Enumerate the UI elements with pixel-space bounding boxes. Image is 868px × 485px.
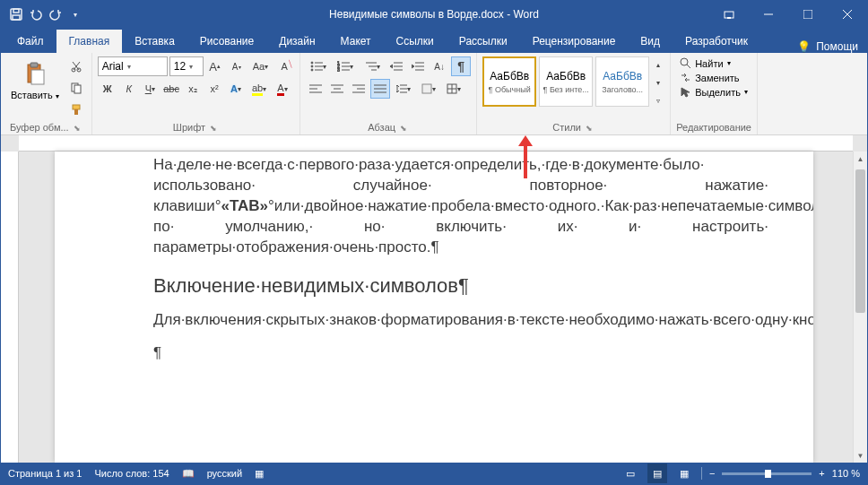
qat-customize[interactable]: ▾ [67, 6, 83, 22]
replace-button[interactable]: Заменить [676, 71, 751, 84]
zoom-out-button[interactable]: − [709, 468, 715, 479]
font-launcher[interactable]: ⬊ [208, 124, 219, 133]
tab-view[interactable]: Вид [628, 30, 673, 53]
change-case-button[interactable]: Aa▾ [248, 56, 273, 76]
increase-indent-button[interactable] [408, 56, 428, 76]
web-layout-button[interactable]: ▦ [674, 463, 694, 483]
styles-expand-button[interactable]: ▿ [652, 92, 664, 108]
paragraph-launcher[interactable]: ⬊ [398, 124, 409, 133]
scroll-thumb[interactable] [855, 169, 865, 313]
shrink-font-button[interactable]: A▾ [227, 56, 247, 76]
tab-design[interactable]: Дизайн [266, 30, 327, 53]
tab-review[interactable]: Рецензирование [520, 30, 629, 53]
svg-rect-2 [13, 15, 20, 20]
text-effects-button[interactable]: A▾ [226, 79, 246, 99]
underline-button[interactable]: Ч▾ [141, 79, 160, 99]
italic-button[interactable]: К [119, 79, 139, 99]
sort-button[interactable]: A↓ [430, 56, 449, 76]
ribbon-options-button[interactable] [709, 1, 749, 28]
redo-button[interactable] [48, 6, 64, 22]
paste-button[interactable]: Вставить ▾ [6, 56, 64, 103]
paragraph-1[interactable]: На·деле·не·всегда·с·первого·раза·удается… [153, 155, 768, 258]
styles-launcher[interactable]: ⬊ [584, 124, 595, 133]
paragraph-2[interactable]: Для·включения·скрытых·знаков·форматирова… [153, 310, 768, 331]
svg-point-21 [311, 69, 313, 71]
shading-button[interactable]: ▾ [417, 79, 440, 99]
highlight-button[interactable]: ab▾ [247, 79, 271, 99]
vertical-ruler[interactable] [1, 152, 19, 463]
heading[interactable]: Включение·невидимых·символов¶ [153, 274, 768, 298]
show-hide-marks-button[interactable]: ¶ [451, 56, 471, 76]
minimize-button[interactable] [749, 1, 788, 28]
zoom-in-button[interactable]: + [819, 468, 824, 479]
tab-file[interactable]: Файл [4, 30, 56, 53]
paragraph-empty[interactable]: ¶ [153, 343, 768, 364]
zoom-slider[interactable] [722, 472, 812, 475]
tab-insert[interactable]: Вставка [122, 30, 187, 53]
page-indicator[interactable]: Страница 1 из 1 [8, 468, 82, 479]
styles-more-button[interactable]: ▴ [652, 56, 664, 73]
tab-draw[interactable]: Рисование [187, 30, 266, 53]
word-count[interactable]: Число слов: 154 [94, 468, 169, 479]
svg-point-19 [311, 65, 313, 67]
scroll-down-button[interactable]: ▼ [854, 448, 867, 463]
copy-button[interactable] [66, 78, 86, 98]
font-name-combo[interactable]: Arial▾ [98, 56, 168, 76]
language-indicator[interactable]: русский [207, 468, 242, 479]
tab-mailings[interactable]: Рассылки [447, 30, 520, 53]
tab-home[interactable]: Главная [56, 30, 123, 53]
read-mode-button[interactable]: ▭ [621, 463, 640, 483]
align-right-button[interactable] [349, 79, 369, 99]
decrease-indent-button[interactable] [386, 56, 406, 76]
vertical-scrollbar[interactable]: ▲ ▼ [853, 152, 867, 463]
svg-rect-3 [725, 12, 733, 18]
clear-format-button[interactable]: A⧹ [274, 56, 294, 76]
format-painter-button[interactable] [66, 100, 86, 119]
horizontal-ruler[interactable] [19, 135, 853, 152]
line-spacing-button[interactable]: ▾ [392, 79, 415, 99]
tab-developer[interactable]: Разработчик [673, 30, 760, 53]
align-left-button[interactable] [306, 79, 326, 99]
select-button[interactable]: Выделить ▾ [676, 85, 751, 99]
clipboard-launcher[interactable]: ⬊ [72, 124, 82, 133]
bullets-button[interactable]: ▾ [306, 56, 331, 76]
lightbulb-icon: 💡 [797, 40, 811, 53]
grow-font-button[interactable]: A▴ [205, 56, 225, 76]
subscript-button[interactable]: x₂ [183, 79, 203, 99]
save-button[interactable] [8, 6, 24, 22]
ribbon: Вставить ▾ Буфер обм... ⬊ Arial▾ 12▾ A▴ … [1, 53, 867, 135]
multilevel-button[interactable]: ▾ [360, 56, 385, 76]
style-heading1[interactable]: АаБбВв Заголово... [595, 56, 649, 107]
align-justify-button[interactable] [370, 79, 390, 99]
align-center-button[interactable] [327, 79, 347, 99]
font-color-button[interactable]: A▾ [273, 79, 291, 99]
macro-icon[interactable]: ▦ [255, 468, 264, 480]
document-page[interactable]: На·деле·не·всегда·с·первого·раза·удается… [55, 152, 813, 463]
print-layout-button[interactable]: ▤ [647, 463, 667, 483]
svg-rect-16 [74, 109, 78, 115]
paragraph-group-label: Абзац [368, 122, 395, 133]
undo-button[interactable] [28, 6, 44, 22]
superscript-button[interactable]: x² [204, 79, 224, 99]
scroll-up-button[interactable]: ▲ [854, 152, 867, 166]
document-area: ▲ ▼ На·деле·не·всегда·с·первого·раза·уда… [1, 135, 867, 463]
find-button[interactable]: Найти ▾ [676, 56, 751, 70]
style-normal[interactable]: АаБбВв ¶ Обычный [482, 56, 536, 107]
zoom-level[interactable]: 110 % [832, 468, 860, 479]
maximize-button[interactable] [788, 1, 828, 28]
tab-references[interactable]: Ссылки [384, 30, 447, 53]
ribbon-tabs: Файл Главная Вставка Рисование Дизайн Ма… [1, 28, 867, 53]
style-no-spacing[interactable]: АаБбВв ¶ Без инте... [539, 56, 593, 107]
styles-scroll-down[interactable]: ▾ [652, 74, 664, 91]
numbering-button[interactable]: 123▾ [333, 56, 358, 76]
svg-rect-1 [13, 9, 19, 13]
bold-button[interactable]: Ж [98, 79, 117, 99]
cut-button[interactable] [66, 56, 86, 76]
borders-button[interactable]: ▾ [442, 79, 465, 99]
close-button[interactable] [828, 1, 867, 28]
tab-layout[interactable]: Макет [328, 30, 384, 53]
tell-me-input[interactable]: Помощи [816, 40, 858, 53]
strike-button[interactable]: abc [161, 79, 181, 99]
font-size-combo[interactable]: 12▾ [169, 56, 204, 76]
spell-check-icon[interactable]: 📖 [182, 468, 195, 480]
